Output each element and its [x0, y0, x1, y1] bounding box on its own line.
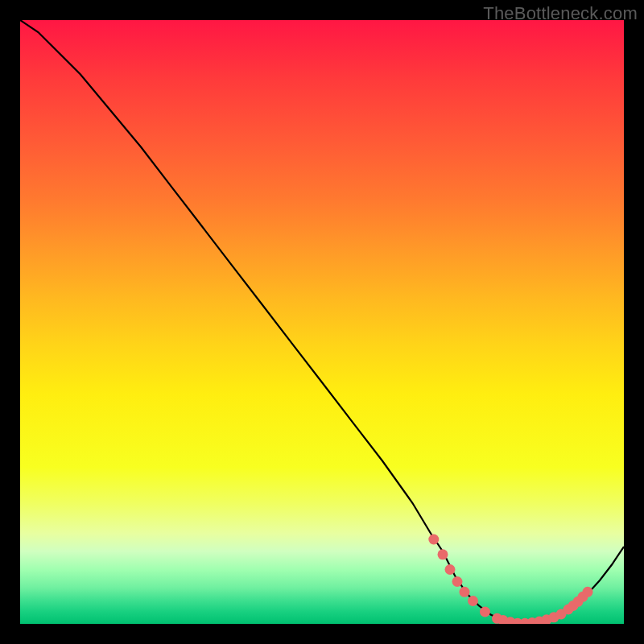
plot-area [20, 20, 624, 624]
data-marker [445, 564, 456, 575]
data-marker [438, 549, 448, 559]
data-markers [428, 535, 592, 625]
data-marker [583, 587, 593, 597]
data-marker [452, 576, 463, 587]
chart-frame: TheBottleneck.com [0, 0, 644, 644]
data-marker [480, 607, 490, 617]
chart-svg [20, 20, 624, 624]
data-marker [428, 535, 439, 545]
bottleneck-curve [20, 20, 624, 624]
data-marker [460, 587, 470, 597]
data-marker [468, 596, 478, 606]
